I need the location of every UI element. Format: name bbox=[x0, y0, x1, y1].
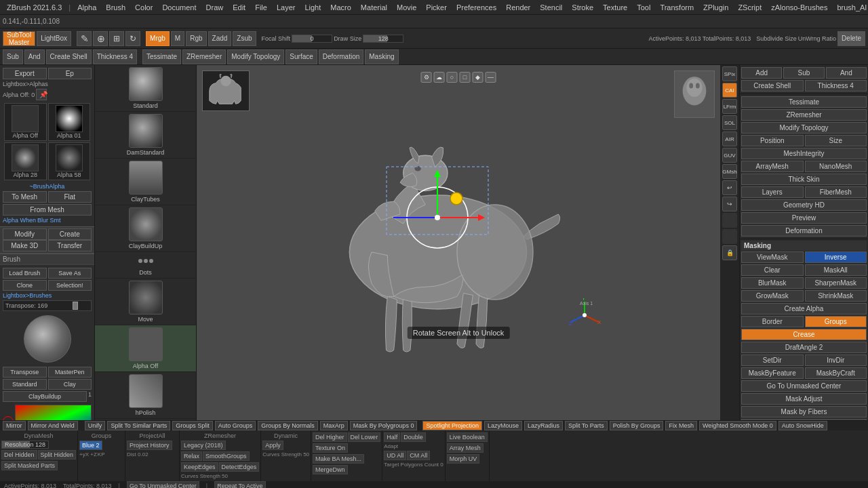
thickness-btn[interactable]: Thickness 4 bbox=[93, 49, 137, 64]
menu-brush[interactable]: Brush bbox=[102, 2, 130, 13]
nano-mesh-btn[interactable]: NanoMesh bbox=[805, 161, 867, 172]
brush-damstandard[interactable]: DamStandard bbox=[95, 112, 196, 159]
position-btn[interactable]: Position bbox=[741, 135, 804, 146]
texture-on-btn[interactable]: Texture On bbox=[313, 443, 348, 453]
create-btn[interactable]: Create bbox=[48, 228, 92, 240]
live-boolean-btn[interactable]: Live Boolean bbox=[447, 432, 488, 442]
menu-picker[interactable]: Picker bbox=[422, 2, 451, 13]
alpha-58-item[interactable]: Alpha 58 bbox=[48, 142, 91, 180]
cai-icon[interactable]: CAI bbox=[722, 83, 737, 98]
size-btn[interactable]: Size bbox=[805, 135, 867, 146]
menu-draw[interactable]: Draw bbox=[202, 2, 228, 13]
lazy-mouse-btn[interactable]: LazyMouse bbox=[484, 421, 522, 430]
brush-alpha-label[interactable]: ~BrushAlpha bbox=[30, 183, 65, 190]
save-as-btn[interactable]: Save As bbox=[48, 268, 92, 279]
icon-circle-mode[interactable]: ○ bbox=[447, 72, 458, 83]
menu-zscript[interactable]: ZScript bbox=[734, 2, 766, 13]
split-similar-btn[interactable]: Split To Similar Parts bbox=[107, 421, 170, 430]
subtool-master-btn[interactable]: SubToolMaster bbox=[3, 31, 35, 46]
inverse-btn[interactable]: Inverse bbox=[805, 251, 867, 263]
modify-btn[interactable]: Modify bbox=[3, 228, 47, 240]
crease-btn[interactable]: Crease bbox=[741, 329, 867, 340]
groups-btn[interactable]: Groups bbox=[805, 316, 867, 327]
mrgb-btn[interactable]: Mrgb bbox=[146, 31, 170, 46]
double-resolution-btn[interactable]: Double bbox=[401, 432, 426, 442]
draftangle-btn[interactable]: DraftAngle 2 bbox=[741, 342, 867, 353]
deformation-header-btn[interactable]: Deformation bbox=[319, 49, 363, 64]
merge-dwn-btn[interactable]: MergeDwn bbox=[313, 465, 348, 474]
fix-mesh-btn[interactable]: Fix Mesh bbox=[665, 421, 697, 430]
zsub-btn[interactable]: Zsub bbox=[233, 31, 256, 46]
transform-gizmo[interactable] bbox=[383, 163, 492, 272]
maxarp-btn[interactable]: MaxArp bbox=[320, 421, 348, 430]
spotlight-projection-btn[interactable]: Spotlight Projection bbox=[422, 421, 482, 430]
create-alpha-btn[interactable]: Create Alpha bbox=[741, 303, 867, 314]
menu-layer[interactable]: Layer bbox=[273, 2, 300, 13]
zremesher-main-btn[interactable]: ZRemesher bbox=[741, 109, 867, 121]
icon-cloud[interactable]: ☁ bbox=[434, 72, 445, 83]
weighted-smooth-btn[interactable]: Weighted Smooth Mode 0 bbox=[699, 421, 776, 430]
add-btn[interactable]: Add bbox=[741, 67, 782, 79]
create-shell-main-btn[interactable]: Create Shell bbox=[741, 80, 804, 92]
canvas-area[interactable]: ⚙ ☁ ○ □ ◆ — bbox=[197, 65, 720, 420]
shrink-mask-btn[interactable]: ShrinkMask bbox=[805, 290, 867, 302]
menu-zbrush[interactable]: ZBrush 2021.6.3 bbox=[3, 2, 66, 13]
mirror-btn[interactable]: Mirror bbox=[3, 421, 26, 430]
mask-polygroups-btn[interactable]: Mask By Polygroups 0 bbox=[350, 421, 418, 430]
create-shell-btn[interactable]: Create Shell bbox=[46, 49, 92, 64]
mask-by-feature-btn[interactable]: MaskByFeature bbox=[741, 367, 804, 379]
menu-stroke[interactable]: Stroke bbox=[568, 2, 597, 13]
project-history-btn[interactable]: Project History bbox=[127, 441, 172, 450]
modify-section-header[interactable]: Modify Create Make 3D Transfer bbox=[0, 226, 94, 253]
scale-btn[interactable]: ⊞ bbox=[109, 31, 124, 46]
transfer-btn[interactable]: Transfer bbox=[48, 240, 92, 251]
clear-btn[interactable]: Clear bbox=[741, 264, 804, 276]
cm-all-btn[interactable]: CM All bbox=[407, 451, 430, 460]
menu-transform[interactable]: Transform bbox=[656, 2, 698, 13]
mask-adjust-btn[interactable]: Mask Adjust bbox=[741, 393, 867, 405]
brush-move[interactable]: Move bbox=[95, 279, 196, 325]
sharpen-mask-btn[interactable]: SharpenMask bbox=[805, 277, 867, 289]
clay-btn[interactable]: Clay bbox=[48, 379, 92, 390]
modify-topology-btn[interactable]: Modify Topology bbox=[227, 49, 284, 64]
load-brush-btn[interactable]: Load Brush bbox=[3, 268, 47, 279]
menu-color[interactable]: Color bbox=[131, 2, 157, 13]
menu-macro[interactable]: Macro bbox=[326, 2, 355, 13]
m-btn[interactable]: M bbox=[171, 31, 184, 46]
rotate-btn[interactable]: ↻ bbox=[125, 31, 140, 46]
split-parts-btn[interactable]: Split To Parts bbox=[565, 421, 608, 430]
mask-by-craft-btn[interactable]: MaskByCraft bbox=[805, 367, 867, 379]
maskall-btn[interactable]: MaskAll bbox=[805, 264, 867, 276]
menu-material[interactable]: Material bbox=[357, 2, 391, 13]
menu-tool[interactable]: Tool bbox=[633, 2, 654, 13]
mirror-weld-btn[interactable]: Mirror And Weld bbox=[28, 421, 78, 430]
brush-claytubes[interactable]: ClayTubes bbox=[95, 159, 196, 205]
geometry-hd-btn[interactable]: Geometry HD bbox=[741, 199, 867, 211]
relax-btn[interactable]: Relax bbox=[181, 451, 202, 461]
sub-main-btn[interactable]: Sub bbox=[783, 67, 824, 79]
sub-btn[interactable]: Sub bbox=[3, 49, 23, 64]
move-btn[interactable]: ⊕ bbox=[93, 31, 108, 46]
transpose-small-btn[interactable]: Transpose bbox=[3, 367, 47, 378]
zadd-btn[interactable]: Zadd bbox=[208, 31, 232, 46]
ud-all-btn[interactable]: UD All bbox=[384, 451, 406, 460]
draw-btn[interactable]: ✎ bbox=[77, 31, 92, 46]
split-hidden-btn[interactable]: Split Hidden bbox=[38, 450, 77, 460]
viewmask-btn[interactable]: ViewMask bbox=[741, 251, 804, 263]
to-mesh-btn[interactable]: To Mesh bbox=[3, 191, 47, 203]
menu-document[interactable]: Document bbox=[158, 2, 200, 13]
export-btn[interactable]: Export bbox=[3, 68, 47, 79]
menu-edit[interactable]: Edit bbox=[229, 2, 250, 13]
brush-section-header[interactable]: Brush bbox=[0, 253, 94, 265]
detect-edges-btn[interactable]: DetectEdges bbox=[219, 462, 260, 472]
tessimate-main-btn[interactable]: Tessimate bbox=[741, 96, 867, 108]
redo-icon[interactable]: ↪ bbox=[722, 197, 737, 211]
menu-zalonso[interactable]: zAlonso-Brushes bbox=[767, 2, 831, 13]
icon-settings[interactable]: ⚙ bbox=[421, 72, 432, 83]
menu-zplugin[interactable]: ZPlugin bbox=[699, 2, 732, 13]
blur-smt-label[interactable]: Blur Smt bbox=[37, 217, 61, 224]
alpha-when-label[interactable]: Alpha When bbox=[3, 217, 36, 224]
make-ba-btn[interactable]: Make BA Mesh... bbox=[313, 454, 364, 464]
mesh-integrity-btn[interactable]: MeshIntegrity bbox=[741, 148, 867, 159]
lightbox-btn[interactable]: LightBox bbox=[37, 31, 71, 46]
